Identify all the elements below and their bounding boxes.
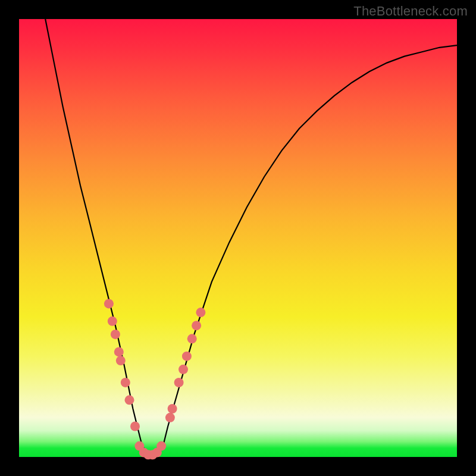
data-point	[178, 365, 188, 374]
plot-area	[19, 19, 457, 457]
data-point	[196, 308, 205, 317]
data-point	[192, 321, 201, 330]
chart-frame: TheBottleneck.com	[0, 0, 476, 476]
data-point	[168, 404, 177, 414]
data-point	[108, 317, 117, 326]
data-point	[125, 395, 134, 405]
data-point	[114, 347, 124, 356]
curve-layer	[19, 19, 457, 457]
data-point	[116, 356, 126, 365]
data-point	[111, 330, 120, 339]
data-point	[130, 422, 140, 431]
data-point	[165, 413, 175, 422]
data-point	[182, 352, 192, 361]
watermark-text: TheBottleneck.com	[353, 4, 468, 19]
data-point	[187, 334, 197, 343]
data-point	[174, 378, 184, 387]
curve-markers	[104, 299, 206, 459]
data-point	[104, 299, 114, 308]
data-point	[121, 378, 130, 387]
bottleneck-curve	[45, 19, 457, 455]
data-point	[156, 441, 166, 451]
